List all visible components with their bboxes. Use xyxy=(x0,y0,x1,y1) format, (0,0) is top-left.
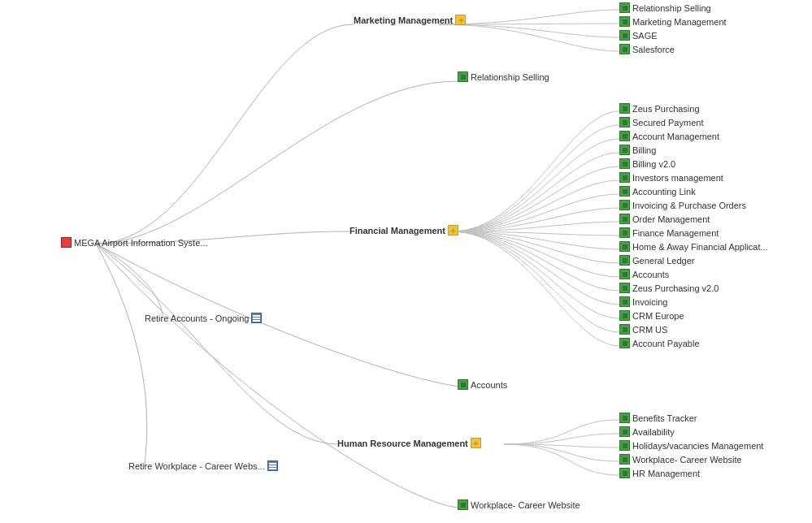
child-crm-us[interactable]: CRM US xyxy=(619,324,667,335)
icon-green-ap xyxy=(619,338,630,348)
child-hr-management[interactable]: HR Management xyxy=(619,468,700,478)
child-relationship-selling-1[interactable]: Relationship Selling xyxy=(619,2,711,13)
child-order-management[interactable]: Order Management xyxy=(619,214,710,224)
icon-green-cu xyxy=(619,324,630,335)
root-label: MEGA Airport Information Syste... xyxy=(74,238,207,248)
financial-management-node[interactable]: Financial Management xyxy=(350,225,458,236)
icon-green-gl xyxy=(619,255,630,266)
icon-green-ip xyxy=(619,200,630,210)
child-workplace-career[interactable]: Workplace- Career Website xyxy=(619,454,742,465)
icon-green-4 xyxy=(619,44,630,54)
child-finance-management[interactable]: Finance Management xyxy=(619,227,719,238)
icon-green-am xyxy=(619,131,630,141)
icon-green-b xyxy=(619,145,630,155)
child-account-management[interactable]: Account Management xyxy=(619,131,719,141)
icon-green-om xyxy=(619,214,630,224)
child-billing-v2[interactable]: Billing v2.0 xyxy=(619,158,675,169)
icon-green-1 xyxy=(619,2,630,13)
child-marketing-management-1[interactable]: Marketing Management xyxy=(619,16,727,27)
financial-label: Financial Management xyxy=(350,226,445,236)
retire-accounts-icon xyxy=(251,313,262,323)
icon-green-acc xyxy=(619,269,630,279)
hr-label: Human Resource Management xyxy=(337,439,468,448)
child-account-payable[interactable]: Account Payable xyxy=(619,338,700,348)
icon-green-bv2 xyxy=(619,158,630,169)
child-accounts[interactable]: Accounts xyxy=(619,269,669,279)
icon-green-sp xyxy=(619,117,630,128)
child-crm-europe[interactable]: CRM Europe xyxy=(619,310,684,321)
marketing-icon xyxy=(455,15,466,25)
retire-workplace-icon xyxy=(267,460,278,471)
child-benefits-tracker[interactable]: Benefits Tracker xyxy=(619,413,697,423)
icon-green-inv xyxy=(619,172,630,183)
retire-accounts-node[interactable]: Retire Accounts - Ongoing xyxy=(145,313,262,323)
child-general-ledger[interactable]: General Ledger xyxy=(619,255,694,266)
child-holidays[interactable]: Holidays/vacancies Management xyxy=(619,440,763,451)
retire-workplace-node[interactable]: Retire Workplace - Career Webs... xyxy=(128,460,278,471)
child-accounting-link[interactable]: Accounting Link xyxy=(619,186,696,197)
child-sage[interactable]: SAGE xyxy=(619,30,658,41)
icon-green-zv2 xyxy=(619,283,630,293)
icon-green-hrm xyxy=(619,468,630,478)
icon-green-wc xyxy=(619,454,630,465)
icon-green-av xyxy=(619,426,630,437)
hr-icon xyxy=(471,438,481,448)
icon-green-zp xyxy=(619,103,630,114)
icon-green-rs xyxy=(458,71,468,82)
accounts-solo-node[interactable]: Accounts xyxy=(458,379,507,390)
child-invoicing-purchase[interactable]: Invoicing & Purchase Orders xyxy=(619,200,746,210)
child-investors[interactable]: Investors management xyxy=(619,172,723,183)
child-invoicing[interactable]: Invoicing xyxy=(619,296,667,307)
root-node[interactable]: MEGA Airport Information Syste... xyxy=(61,237,207,248)
icon-green-ws xyxy=(458,499,468,510)
icon-green-ce xyxy=(619,310,630,321)
icon-green-ha xyxy=(619,241,630,252)
child-home-away[interactable]: Home & Away Financial Applicat... xyxy=(619,241,768,252)
icon-green-hv xyxy=(619,440,630,451)
marketing-label: Marketing Management xyxy=(354,15,453,25)
root-icon xyxy=(61,237,72,248)
icon-green-2 xyxy=(619,16,630,27)
icon-green-bt xyxy=(619,413,630,423)
icon-green-al xyxy=(619,186,630,197)
workplace-solo-node[interactable]: Workplace- Career Website xyxy=(458,499,580,510)
relationship-selling-node[interactable]: Relationship Selling xyxy=(458,71,549,82)
child-availability[interactable]: Availability xyxy=(619,426,675,437)
child-zeus-v2[interactable]: Zeus Purchasing v2.0 xyxy=(619,283,719,293)
financial-icon xyxy=(448,225,458,236)
icon-green-fm xyxy=(619,227,630,238)
human-resource-node[interactable]: Human Resource Management xyxy=(337,438,481,448)
marketing-management-node[interactable]: Marketing Management xyxy=(354,15,466,25)
child-salesforce[interactable]: Salesforce xyxy=(619,44,675,54)
child-zeus-purchasing[interactable]: Zeus Purchasing xyxy=(619,103,700,114)
child-secured-payment[interactable]: Secured Payment xyxy=(619,117,703,128)
icon-green-3 xyxy=(619,30,630,41)
icon-green-i xyxy=(619,296,630,307)
icon-green-as xyxy=(458,379,468,390)
child-billing[interactable]: Billing xyxy=(619,145,656,155)
